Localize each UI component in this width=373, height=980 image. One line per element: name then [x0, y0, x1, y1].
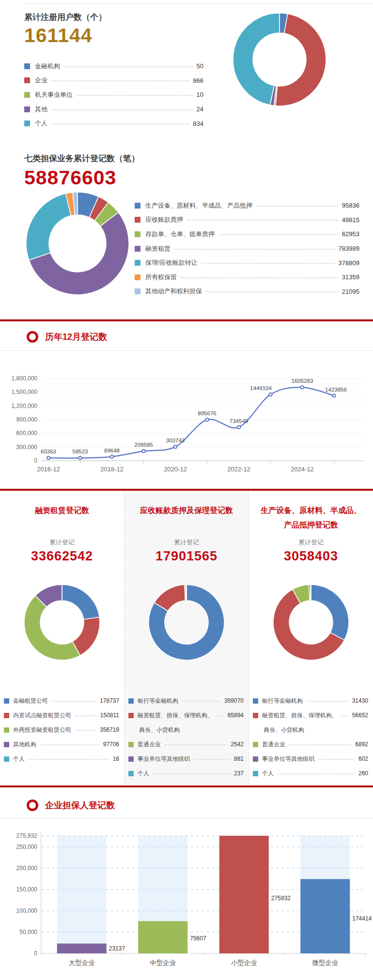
- legend-leader: [318, 759, 355, 760]
- legend-item: 融资租赁、担保、保理机构、65894: [128, 708, 244, 723]
- legend-item: 融资租赁783989: [135, 241, 359, 256]
- legend-label: 个人: [13, 755, 25, 763]
- pie-slice-金融租赁公司[interactable]: [62, 585, 99, 619]
- column-title-line: 产品抵押登记数: [261, 518, 361, 532]
- december-registrations-line-chart[interactable]: 0300,000600,000900,0001,200,0001,500,000…: [0, 351, 373, 488]
- registered-users-donut-chart[interactable]: [231, 11, 328, 108]
- legend-item: 银行等金融机构359070: [128, 694, 244, 708]
- line-series: [48, 387, 334, 458]
- legend-label: 生产设备、原材料、半成品、产品抵押: [145, 201, 252, 210]
- legend-leader: [174, 249, 335, 250]
- legend-swatch: [24, 92, 30, 98]
- bar-value-label: 75607: [190, 935, 206, 942]
- point-label: 895676: [198, 410, 216, 416]
- data-point-2023-12[interactable]: [269, 393, 272, 396]
- legend-leader: [342, 715, 348, 716]
- legend-label: 事业单位等其他组织: [138, 755, 190, 763]
- legend-item: 保理/应收账款转让378809: [135, 256, 359, 270]
- legend-swatch: [135, 288, 140, 294]
- section-seven-business-types: 七类担保业务累计登记数（笔） 58876603 生产设备、原材料、半成品、产品抵…: [0, 136, 373, 319]
- legend-item: 内资试点融资租赁公司150811: [4, 708, 119, 723]
- pie-slice-外商投资融资租赁公司[interactable]: [24, 596, 80, 660]
- data-point-2022-12[interactable]: [237, 425, 240, 428]
- receivables-factoring-donut-chart[interactable]: [145, 581, 228, 663]
- y-axis-tick-label: 1,800,000: [12, 375, 38, 382]
- legend-leader: [75, 715, 96, 716]
- data-point-2019-12[interactable]: [142, 450, 145, 452]
- seven-types-legend: 生产设备、原材料、半成品、产品抵押95836应收账款质押49815存款单、仓单、…: [135, 198, 359, 299]
- column-title-line: 生产设备、原材料、半成品、: [261, 503, 361, 518]
- legend-leader: [278, 773, 355, 774]
- category-columns: 融资租赁登记数 累计登记 33662542 金融租赁公司178737内资试点融资…: [0, 491, 373, 784]
- bar-大型企业[interactable]: [57, 944, 107, 953]
- header-rule: [0, 818, 373, 818]
- point-label: 89648: [104, 448, 120, 453]
- data-point-2025-12[interactable]: [332, 394, 335, 397]
- data-point-2020-12[interactable]: [174, 445, 177, 448]
- legend-swatch: [24, 77, 30, 83]
- y-axis-tick-label: 250,000: [16, 844, 38, 850]
- legend-label: 保理/应收账款转让: [145, 258, 198, 267]
- column-equipment-mortgage: 生产设备、原材料、半成品、 产品抵押登记数 累计登记 3058403 银行等金融…: [249, 491, 373, 784]
- legend-item: 个人237: [128, 766, 244, 781]
- legend-swatch: [4, 742, 9, 747]
- enterprise-guarantor-bar-chart[interactable]: 050,000100,000150,000200,000250,000275,9…: [0, 819, 373, 980]
- line-section-title: 历年12月登记数: [45, 331, 107, 343]
- financing-lease-donut-chart[interactable]: [21, 581, 103, 663]
- y-axis-tick-label: 300,000: [16, 444, 38, 451]
- x-axis-tick-label: 2016-12: [37, 466, 60, 473]
- point-label: 303743: [166, 437, 185, 443]
- background-bar: [57, 836, 107, 953]
- seven-types-donut-chart[interactable]: [22, 188, 133, 299]
- y-axis-tick-label: 900,000: [16, 416, 38, 423]
- legend-value: 49815: [342, 216, 359, 224]
- pie-slice-个人[interactable]: [311, 585, 311, 601]
- pie-slice-个人[interactable]: [233, 13, 280, 105]
- legend-item: 事业单位等其他组织602: [253, 752, 368, 766]
- legend-swatch: [4, 756, 9, 762]
- registered-users-total: 161144: [24, 24, 93, 47]
- bar-小型企业[interactable]: [219, 836, 269, 953]
- data-point-2018-12[interactable]: [110, 455, 113, 458]
- legend-label: 融资租赁、担保、保理机构、: [138, 711, 213, 720]
- legend-label: 普通企业: [262, 740, 285, 749]
- column-title-line: 融资租赁登记数: [35, 503, 89, 518]
- equipment-mortgage-donut-chart[interactable]: [270, 581, 352, 663]
- x-axis-category-label: 大型企业: [69, 959, 95, 966]
- legend-value: 881: [234, 755, 244, 762]
- legend-leader: [217, 715, 224, 716]
- legend-label-wrap: 典当、小贷机构: [253, 723, 368, 737]
- legend-swatch: [128, 713, 134, 718]
- data-point-2024-12[interactable]: [301, 386, 304, 389]
- data-point-2016-12[interactable]: [47, 456, 50, 459]
- legend-value: 62953: [342, 230, 359, 238]
- data-point-2021-12[interactable]: [205, 418, 208, 421]
- legend-swatch: [24, 106, 30, 112]
- section-registered-users: 累计注册用户数（个） 161144 金融机构50企业866机关事业单位10其他2…: [0, 0, 373, 136]
- bar-section-header: 企业担保人登记数: [27, 799, 115, 811]
- point-label: 1423856: [325, 387, 347, 392]
- y-axis-tick-label: 275,932: [16, 832, 38, 839]
- legend-swatch: [253, 756, 258, 762]
- legend-item: 外商投资融资租赁公司356719: [4, 723, 119, 737]
- y-axis-tick-label: 1,500,000: [12, 389, 38, 395]
- legend-swatch: [24, 63, 30, 69]
- x-axis-category-label: 中型企业: [150, 959, 176, 966]
- column-financing-lease: 融资租赁登记数 累计登记 33662542 金融租赁公司178737内资试点融资…: [0, 491, 124, 784]
- pie-slice-银行等金融机构[interactable]: [311, 585, 349, 640]
- bar-微型企业[interactable]: [300, 879, 350, 953]
- data-point-2017-12[interactable]: [78, 456, 81, 459]
- pie-slice-保理/应收账款转让[interactable]: [26, 194, 71, 260]
- legend-item: 存款单、仓单、提单质押62953: [135, 227, 359, 241]
- column-title: 应收账款质押及保理登记数: [140, 503, 233, 532]
- dashboard-page: 累计注册用户数（个） 161144 金融机构50企业866机关事业单位10其他2…: [0, 0, 373, 980]
- bar-中型企业[interactable]: [138, 921, 187, 953]
- point-label: 209585: [134, 442, 153, 448]
- bar-value-label: 23137: [109, 945, 125, 952]
- legend-swatch: [135, 217, 140, 223]
- legend-leader: [256, 206, 338, 207]
- legend-item: 金融租赁公司178737: [4, 694, 119, 708]
- point-label: 1449104: [250, 385, 272, 391]
- legend-swatch: [135, 260, 140, 266]
- column-title: 生产设备、原材料、半成品、 产品抵押登记数: [261, 503, 361, 532]
